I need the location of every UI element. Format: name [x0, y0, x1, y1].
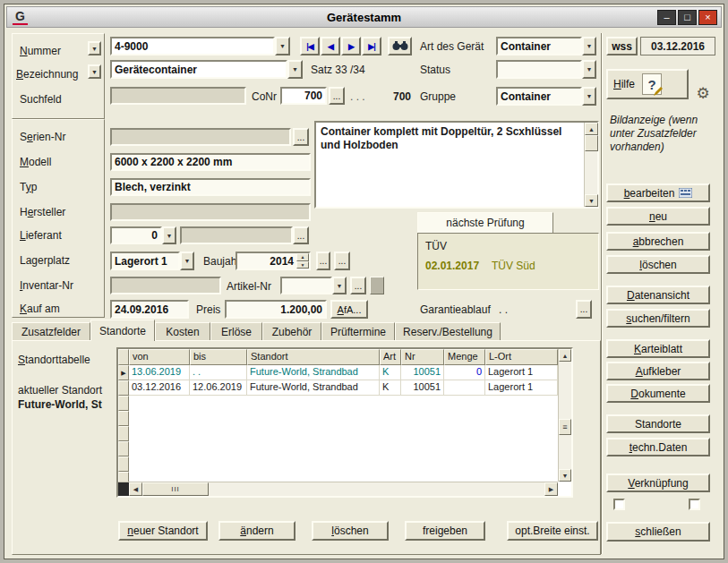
scroll-up-icon[interactable]: ▲: [585, 123, 598, 135]
standorttabelle-link[interactable]: Standorttabelle: [18, 354, 90, 366]
verknuepfung-button[interactable]: Verknüpfung: [606, 473, 710, 492]
close-button[interactable]: ×: [698, 10, 717, 25]
techn-daten-button[interactable]: techn.Daten: [606, 438, 710, 456]
scroll-up-icon[interactable]: ▲: [559, 349, 571, 362]
suchfeld-input[interactable]: [110, 87, 246, 105]
conr-browse-button[interactable]: ...: [329, 87, 345, 105]
nummer-label-dropdown-button[interactable]: ▼: [88, 41, 101, 55]
scroll-down-icon[interactable]: ▼: [585, 194, 598, 207]
lieferant-name-input[interactable]: [180, 226, 293, 244]
spin-down-icon[interactable]: ▼: [296, 261, 309, 269]
tab-erloese[interactable]: Erlöse: [210, 322, 262, 340]
gruppe-dropdown-button[interactable]: ▼: [582, 87, 596, 106]
titlebar[interactable]: G Gerätestamm – □ ×: [6, 6, 722, 28]
tab-zusatzfelder[interactable]: Zusatzfelder: [12, 322, 90, 340]
lieferant-dropdown-button[interactable]: ▼: [162, 226, 176, 244]
column-header[interactable]: Art: [380, 349, 401, 365]
aufkleber-button[interactable]: Aufkleber: [606, 362, 710, 380]
baujahr-extra-button[interactable]: ...: [334, 252, 350, 270]
lagerplatz-dropdown-button[interactable]: ▼: [180, 252, 194, 270]
lieferant-nr-input[interactable]: 0: [110, 226, 162, 244]
table-hscrollbar[interactable]: ◀ III ▶: [118, 482, 558, 496]
nav-prev-button[interactable]: ◀: [321, 37, 340, 55]
column-header[interactable]: Nr: [401, 349, 444, 365]
column-header[interactable]: bis: [190, 349, 247, 365]
schliessen-button[interactable]: schließen: [606, 522, 710, 542]
standorte-table[interactable]: von bis Standort Art Nr Menge L-Ort ▶ 13…: [116, 347, 573, 498]
sidebar-checkbox-left[interactable]: [613, 499, 625, 510]
abbrechen-button[interactable]: abbrechen: [606, 232, 710, 251]
serien-nr-input[interactable]: [110, 128, 291, 146]
column-header[interactable]: L-Ort: [485, 349, 558, 365]
scroll-left-icon[interactable]: ◀: [129, 482, 142, 496]
settings-gear-button[interactable]: ⚙: [692, 83, 714, 105]
minimize-button[interactable]: –: [657, 10, 676, 25]
conr-input[interactable]: 700: [280, 87, 327, 105]
baujahr-stepper[interactable]: 2014 ▲ ▼: [236, 252, 311, 270]
tab-zubehoer[interactable]: Zubehör: [262, 322, 321, 340]
column-header[interactable]: Menge: [444, 349, 485, 365]
artikel-browse-button[interactable]: ...: [350, 277, 366, 294]
kauf-am-input[interactable]: 24.09.2016: [110, 300, 189, 319]
table-row[interactable]: 03.12.2016 12.06.2019 Future-World, Stra…: [118, 380, 558, 396]
karteiblatt-button[interactable]: Karteiblatt: [606, 339, 710, 358]
memo-scrollbar[interactable]: ▲ ▼: [584, 123, 597, 207]
garantie-browse-button[interactable]: ...: [576, 300, 592, 319]
spin-up-icon[interactable]: ▲: [296, 253, 309, 261]
gruppe-select[interactable]: Container: [496, 87, 582, 106]
vscroll-thumb[interactable]: ≡: [559, 419, 571, 435]
afa-button[interactable]: AfA...: [330, 300, 368, 319]
column-header[interactable]: von: [129, 349, 190, 365]
art-des-geraet-select[interactable]: Container: [496, 37, 582, 55]
beschreibung-memo[interactable]: Container komplett mit Doppeltür, 2 Scxh…: [314, 121, 599, 209]
artikel-nr-input[interactable]: [280, 277, 332, 294]
freigeben-button[interactable]: freigeben: [405, 521, 485, 541]
scroll-right-icon[interactable]: ▶: [544, 482, 558, 496]
standorte-button[interactable]: Standorte: [606, 414, 710, 433]
lagerplatz-select[interactable]: Lagerort 1: [110, 252, 180, 270]
status-select[interactable]: [496, 60, 582, 79]
neuer-standort-button[interactable]: neuer Standort: [118, 521, 208, 541]
artikel-dropdown-button[interactable]: ▼: [332, 277, 347, 294]
table-row[interactable]: ▶ 13.06.2019 . . Future-World, Strandbad…: [118, 365, 558, 380]
nav-last-button[interactable]: ▶|: [362, 37, 381, 55]
tab-standorte[interactable]: Standorte: [90, 320, 155, 341]
bezeichnung-input[interactable]: Gerätecontainer: [110, 60, 287, 79]
status-dropdown-button[interactable]: ▼: [582, 60, 596, 79]
hilfe-button[interactable]: Hilfe ?: [606, 69, 689, 99]
bezeichnung-dropdown-button[interactable]: ▼: [287, 60, 303, 79]
nummer-dropdown-button[interactable]: ▼: [275, 37, 290, 55]
scroll-down-icon[interactable]: ▼: [559, 469, 571, 482]
sidebar-checkbox-right[interactable]: [689, 499, 700, 510]
nummer-input[interactable]: 4-9000: [110, 37, 275, 55]
hscroll-corner-box[interactable]: [118, 482, 129, 496]
column-header[interactable]: Standort: [247, 349, 380, 365]
hscroll-thumb[interactable]: III: [142, 482, 209, 496]
tab-reserv-bestellung[interactable]: Reserv./Bestellung: [395, 322, 501, 340]
search-button[interactable]: [388, 37, 412, 55]
lieferant-browse-button[interactable]: ...: [293, 226, 309, 244]
preis-input[interactable]: 1.200,00: [225, 300, 327, 319]
hscroll-track[interactable]: [209, 482, 544, 496]
maximize-button[interactable]: □: [678, 10, 697, 25]
nav-first-button[interactable]: |◀: [300, 37, 320, 55]
hersteller-input[interactable]: [110, 203, 311, 221]
loeschen-button[interactable]: löschen: [606, 255, 710, 274]
opt-breite-button[interactable]: opt.Breite einst.: [507, 521, 598, 541]
tab-prueftermine[interactable]: Prüftermine: [321, 322, 395, 340]
inventar-nr-input[interactable]: [110, 277, 221, 294]
neu-button[interactable]: neu: [606, 207, 710, 226]
serien-nr-browse-button[interactable]: ...: [293, 128, 309, 146]
table-vscrollbar[interactable]: ▲ ≡ ▼: [558, 349, 571, 482]
bearbeiten-button[interactable]: bearbeiten: [606, 183, 710, 202]
typ-input[interactable]: Blech, verzinkt: [110, 178, 311, 196]
suchen-filtern-button[interactable]: suchen/filtern: [606, 309, 710, 328]
dokumente-button[interactable]: Dokumente: [606, 384, 710, 403]
artikel-blank-button[interactable]: [370, 277, 384, 294]
modell-input[interactable]: 6000 x 2200 x 2200 mm: [110, 153, 311, 171]
baujahr-browse-button[interactable]: ...: [316, 252, 330, 270]
loeschen-standort-button[interactable]: löschen: [312, 521, 389, 541]
aendern-button[interactable]: ändern: [218, 521, 295, 541]
datenansicht-button[interactable]: Datenansicht: [606, 286, 710, 304]
tab-kosten[interactable]: Kosten: [155, 322, 210, 340]
